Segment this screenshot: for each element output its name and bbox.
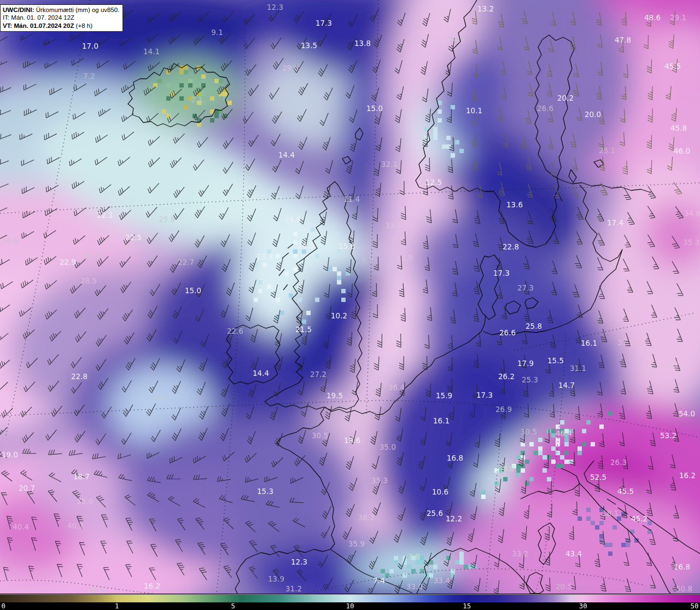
weather-map-screenshot: 17.014.17.22.19.112.317.313.513.829.015.… bbox=[0, 0, 700, 610]
map-field-svg bbox=[0, 0, 700, 594]
model-info-box: UWC/DINI: Úrkomumætti (mm) og uv850. IT:… bbox=[0, 4, 123, 32]
colorbar-tick: 50 bbox=[690, 602, 698, 610]
map-canvas: 17.014.17.22.19.112.317.313.513.829.015.… bbox=[0, 0, 700, 594]
valid-time: VT: Mán. 01.07.2024 20Z bbox=[3, 22, 74, 29]
info-line-valid-time: VT: Mán. 01.07.2024 20Z (+8 h) bbox=[3, 22, 119, 30]
colorbar-tick: 5 bbox=[231, 602, 235, 610]
colorbar-tick: 10 bbox=[346, 602, 354, 610]
colorbar-tick: 1 bbox=[115, 602, 119, 610]
valid-time-offset: (+8 h) bbox=[74, 22, 92, 29]
info-line-init-time: IT: Mán. 01. 07. 2024 12Z bbox=[3, 14, 119, 21]
precip-colorbar: 01510153050 bbox=[0, 594, 700, 610]
colorbar-tick: 15 bbox=[463, 602, 471, 610]
field-name: Úrkomumætti (mm) og uv850. bbox=[34, 7, 120, 13]
info-line-title: UWC/DINI: Úrkomumætti (mm) og uv850. bbox=[3, 6, 119, 14]
colorbar-tick: 30 bbox=[579, 602, 587, 610]
colorbar-tick: 0 bbox=[2, 602, 6, 610]
colorbar-tick-labels: 01510153050 bbox=[0, 602, 700, 610]
model-name: UWC/DINI: bbox=[3, 7, 34, 13]
colorbar-gradient bbox=[0, 594, 700, 602]
